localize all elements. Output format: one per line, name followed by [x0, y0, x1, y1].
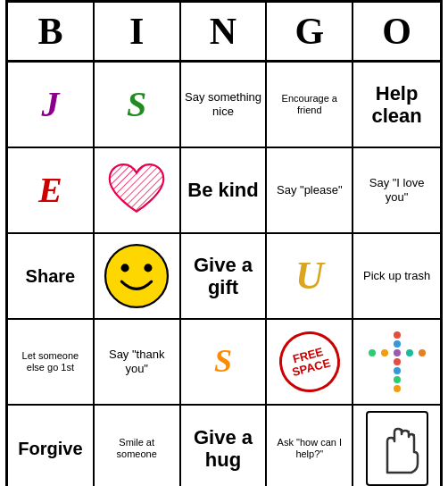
bingo-cell-2: Say something nice [181, 63, 268, 148]
bingo-cell-21: Smile at someone [95, 406, 181, 486]
bingo-cell-5: E [8, 148, 95, 234]
svg-point-8 [394, 349, 401, 356]
svg-point-1 [105, 245, 168, 307]
svg-point-9 [406, 349, 413, 356]
header-N: N [181, 3, 268, 60]
letter-U: U [295, 253, 324, 300]
hand-icon [369, 415, 425, 479]
cell-text: Share [26, 265, 76, 287]
bingo-card: B I N G O JSSay something niceEncourage … [5, 0, 443, 486]
bingo-cell-19 [353, 320, 440, 406]
svg-point-14 [394, 385, 401, 392]
svg-point-11 [394, 358, 401, 365]
letter-E: E [38, 169, 62, 212]
svg-point-12 [394, 367, 401, 374]
bingo-cell-14: Pick up trash [353, 234, 440, 320]
bingo-cell-1: S [95, 63, 181, 148]
cross-icon [366, 331, 428, 393]
bingo-cell-3: Encourage a friend [267, 63, 353, 148]
svg-point-4 [394, 331, 401, 339]
bingo-cell-7: Be kind [181, 148, 268, 234]
header-I: I [95, 3, 181, 60]
cell-text: Say "I love you" [357, 176, 436, 204]
bingo-header: B I N G O [8, 3, 440, 63]
bingo-cell-18: FREESPACE [267, 320, 353, 406]
bingo-cell-24 [353, 406, 440, 486]
heart-icon [104, 158, 169, 222]
bingo-cell-4: Help clean [353, 63, 440, 148]
svg-point-13 [394, 376, 401, 383]
svg-point-6 [369, 349, 376, 356]
hand-border [366, 411, 428, 486]
bingo-cell-23: Ask "how can I help?" [267, 406, 353, 486]
bingo-cell-8: Say "please" [267, 148, 353, 234]
bingo-cell-22: Give a hug [181, 406, 268, 486]
cell-text: Forgive [18, 438, 82, 459]
bingo-cell-6 [95, 148, 181, 234]
letter-S: S [214, 342, 232, 381]
header-G: G [267, 3, 353, 60]
header-O: O [353, 3, 440, 60]
letter-S: S [127, 83, 146, 126]
cell-text: Pick up trash [363, 269, 430, 283]
cell-text: Be kind [187, 179, 258, 201]
bingo-grid: JSSay something niceEncourage a friendHe… [8, 63, 440, 486]
svg-point-2 [121, 264, 129, 272]
letter-J: J [41, 83, 59, 126]
bingo-cell-0: J [8, 63, 95, 148]
bingo-cell-13: U [267, 234, 353, 320]
bingo-cell-15: Let someone else go 1st [8, 320, 95, 406]
svg-point-7 [381, 349, 388, 356]
cell-text: Say "please" [277, 183, 343, 197]
bingo-cell-10: Share [8, 234, 95, 320]
bingo-cell-20: Forgive [8, 406, 95, 486]
bingo-cell-9: Say "I love you" [353, 148, 440, 234]
cell-text: Give a gift [185, 254, 262, 299]
cell-text: Say "thank you" [98, 348, 176, 375]
bingo-cell-17: S [181, 320, 268, 406]
header-B: B [8, 3, 95, 60]
cell-text: Give a hug [185, 426, 262, 472]
svg-point-5 [394, 340, 401, 348]
cell-text: Encourage a friend [270, 93, 348, 116]
bingo-cell-16: Say "thank you" [95, 320, 181, 406]
svg-point-10 [419, 349, 426, 356]
svg-point-3 [145, 264, 153, 272]
smiley-icon [103, 242, 170, 310]
free-space-stamp: FREESPACE [272, 324, 346, 398]
cell-text: Help clean [357, 82, 436, 128]
cell-text: Smile at someone [98, 437, 176, 460]
cell-text: Say something nice [185, 90, 262, 118]
cell-text: Let someone else go 1st [12, 350, 89, 373]
bingo-cell-12: Give a gift [181, 234, 268, 320]
bingo-cell-11 [95, 234, 181, 320]
cell-text: Ask "how can I help?" [270, 437, 348, 460]
